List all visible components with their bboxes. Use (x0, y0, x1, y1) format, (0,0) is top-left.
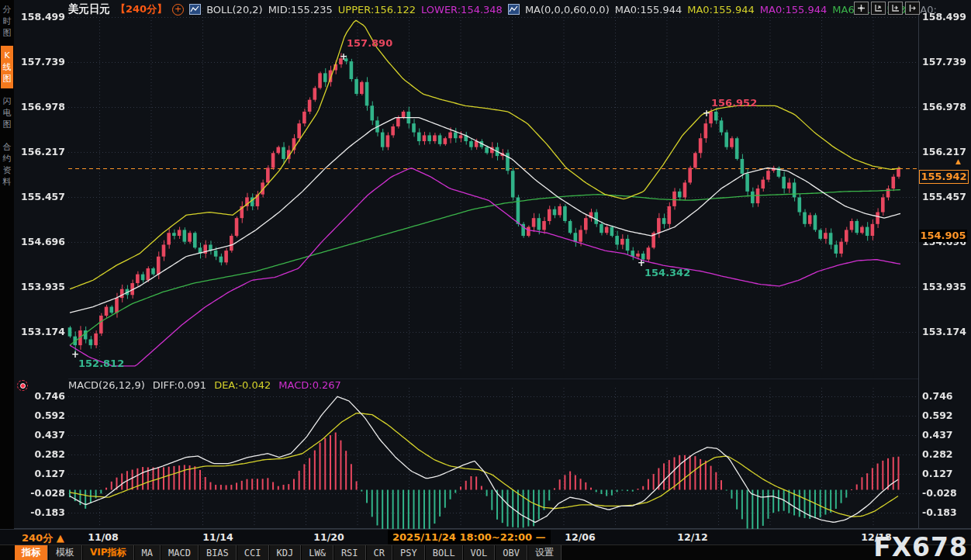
boll-label: BOLL(20,2) (206, 4, 263, 16)
toolbar-button-rsi[interactable]: RSI (333, 545, 366, 560)
x-axis-date: 11/14 (202, 531, 233, 543)
hover-time-tooltip: 2025/11/24 18:00~22:00 — (388, 530, 551, 545)
price-axis-label: 157.739 (16, 56, 65, 67)
toolbar-button-obv[interactable]: OBV (495, 545, 527, 560)
x-axis-row: 240分 ▲ 11/08 11/14 11/20 12/02 12/06 12/… (0, 529, 971, 545)
toolbar-button-settings[interactable]: 设置 (527, 545, 562, 560)
price-axis-label: 153.174 (16, 326, 65, 337)
x-axis-date: 12/12 (677, 531, 707, 543)
macd-header: MACD(26,12,9) DIFF:0.091 DEA:-0.042 MACD… (68, 379, 341, 391)
collapse-right-icon[interactable] (905, 2, 920, 15)
macd-axis-label: -0.028 (16, 487, 65, 499)
price-axis-label: 155.457 (16, 191, 65, 202)
price-axis-label: 154.696 (16, 236, 65, 247)
play-axis-icon[interactable] (888, 2, 903, 15)
toolbar-button-macd[interactable]: MACD (161, 545, 199, 560)
sidebar-tab-contract-info[interactable]: 合约资料 (1, 137, 13, 192)
low-annotation: 152.812 (78, 358, 124, 369)
period-selector[interactable]: 240分 ▲ (22, 531, 64, 545)
price-axis-label: 156.217 (16, 146, 65, 157)
indicator-toolbar: 指标 模板 VIP指标 MA MACD BIAS CCI KDJ LW& RSI… (0, 544, 971, 560)
price-marker-cross-icon: + (703, 109, 710, 117)
toolbar-button-vol[interactable]: VOL (463, 545, 496, 560)
price-marker-cross-icon: + (71, 351, 79, 358)
price-marker-cross-icon: + (638, 259, 645, 267)
price-axis-label: 153.935 (16, 281, 65, 292)
low-annotation: 154.342 (644, 267, 690, 278)
macd-axis-label: 0.437 (16, 429, 65, 441)
toolbar-button-boll[interactable]: BOLL (425, 545, 463, 560)
fx678-watermark: FX678 (873, 532, 968, 560)
macd-axis-label: 0.282 (16, 448, 65, 460)
macd-pane-icon[interactable] (17, 380, 28, 391)
macd-axis-label: 0.127 (16, 468, 65, 479)
secondary-price-badge: 154.905 (919, 230, 967, 242)
symbol-name: 美元日元 (68, 2, 110, 16)
toolbar-button-cr[interactable]: CR (366, 545, 392, 560)
macd-axis-label: 0.437 (922, 429, 971, 441)
chart-tools (854, 2, 920, 15)
sidebar-tab-lightning-chart[interactable]: 闪电图 (1, 92, 13, 134)
macd-axis-label: 0.592 (922, 410, 971, 421)
x-axis-date: 12/06 (565, 531, 595, 543)
ma2-value: MA0:155.944 (687, 4, 755, 16)
sidebar-tab-kline-chart[interactable]: K线图 (1, 46, 13, 88)
x-axis-date: 11/08 (88, 531, 118, 543)
add-circle-icon[interactable]: + (172, 4, 184, 16)
chart-header: 美元日元 【240分】 + BOLL(20,2) MID:155.235 UPP… (68, 2, 937, 16)
price-axis-label: 158.499 (16, 11, 65, 22)
price-axis-label: 158.499 (922, 11, 971, 22)
macd-axis-label: 0.282 (922, 448, 971, 460)
boll-upper-value: UPPER:156.122 (338, 4, 416, 16)
toolbar-button-template[interactable]: 模板 (48, 545, 82, 560)
toolbar-button-psy[interactable]: PSY (392, 545, 425, 560)
macd-diff-value: DIFF:0.091 (153, 379, 206, 391)
macd-macd-value: MACD:0.267 (278, 379, 341, 391)
macd-axis-label: 0.746 (16, 390, 65, 402)
period-label: 【240分】 (116, 2, 167, 16)
high-annotation: 157.890 (347, 37, 392, 49)
macd-axis-label: -0.183 (16, 506, 65, 518)
trading-app-window: 分时图 K线图 闪电图 合约资料 美元日元 【240分】 + BOLL(20,2… (0, 0, 971, 560)
price-axis-label: 156.978 (16, 101, 65, 112)
toolbar-button-kdj[interactable]: KDJ (269, 545, 302, 560)
macd-axis-label: 0.592 (16, 410, 65, 421)
toolbar-button-lw[interactable]: LW& (301, 545, 333, 560)
macd-title: MACD(26,12,9) (68, 379, 145, 391)
price-axis-label: 155.457 (922, 191, 971, 202)
price-axis-label: 156.217 (922, 146, 971, 157)
chart-canvas[interactable] (0, 0, 971, 560)
ma3-value: MA0:155.944 (760, 4, 828, 16)
toolbar-button-cci[interactable]: CCI (237, 545, 269, 560)
macd-axis-label: -0.183 (922, 506, 971, 518)
current-price-arrow-icon: ▲ (955, 159, 961, 164)
price-axis-label: 153.935 (922, 281, 971, 292)
toolbar-button-vip-indicator[interactable]: VIP指标 (82, 545, 134, 560)
macd-axis-label: -0.028 (922, 487, 971, 499)
price-axis-label: 156.978 (922, 101, 971, 112)
high-annotation: 156.952 (711, 97, 757, 109)
toolbar-button-ma[interactable]: MA (134, 545, 161, 560)
price-axis-label: 157.739 (922, 56, 971, 67)
macd-axis-label: 0.746 (922, 390, 971, 402)
macd-dea-value: DEA:-0.042 (214, 379, 271, 391)
macd-axis-label: 0.127 (922, 468, 971, 479)
zoom-axis-icon[interactable] (871, 2, 886, 15)
sidebar-tab-time-chart[interactable]: 分时图 (1, 0, 13, 43)
current-price-badge: 155.942 (919, 170, 969, 184)
ma1-value: MA0:155.944 (615, 4, 682, 16)
boll-lower-value: LOWER:154.348 (421, 4, 503, 16)
boll-mid-value: MID:155.235 (268, 4, 333, 16)
crosshair-icon[interactable] (854, 2, 869, 15)
ma-indicator-icon (508, 4, 520, 15)
ma-label: MA(0,0,0,60,0,0) (525, 4, 610, 16)
left-sidebar: 分时图 K线图 闪电图 合约资料 (0, 0, 14, 529)
price-marker-cross-icon: + (340, 53, 347, 60)
toolbar-button-indicator[interactable]: 指标 (14, 545, 48, 560)
x-axis-date: 11/20 (313, 531, 344, 543)
boll-indicator-icon (189, 4, 201, 15)
toolbar-button-bias[interactable]: BIAS (199, 545, 237, 560)
price-axis-label: 153.174 (922, 326, 971, 337)
